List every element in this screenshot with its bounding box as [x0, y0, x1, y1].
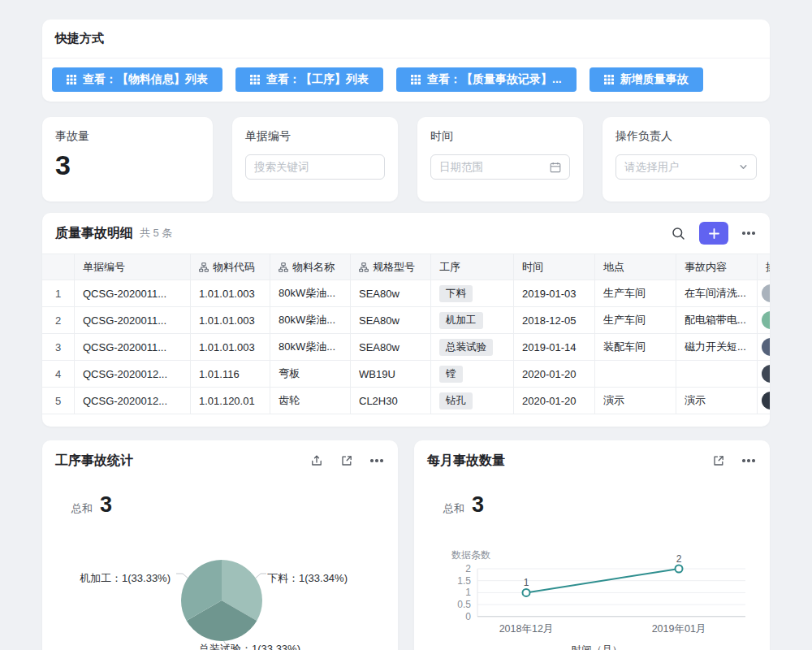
export-chart-button[interactable]	[309, 453, 325, 469]
cell-spec: CL2H30	[351, 388, 431, 414]
x-axis-title: 时间（月）	[560, 644, 633, 650]
add-record-button[interactable]	[699, 222, 728, 245]
date-range-input[interactable]: 日期范围	[430, 154, 570, 180]
doc-no-search-input[interactable]	[245, 154, 385, 180]
table-search-button[interactable]	[670, 225, 687, 242]
cell-spec: SEA80w	[351, 307, 431, 334]
user-select[interactable]: 请选择用户	[615, 154, 757, 180]
cell-place: 生产车间	[595, 307, 676, 334]
accident-table: 单据编号 物料代码 物料名称 规格型号 工序 时间 地点 事故内容 操作负责人 …	[42, 254, 770, 414]
link-field-icon	[199, 262, 209, 272]
grid-icon	[67, 75, 76, 84]
button-label: 查看：【质量事故记录】...	[427, 72, 562, 87]
accident-detail-table-card: 质量事故明细 共 5 条 单据编号 物料代码 物料名称	[42, 213, 770, 427]
avatar	[762, 365, 770, 383]
table-row[interactable]: 1 QCSG-2020011... 1.01.01.003 80kW柴油... …	[42, 280, 770, 307]
cell-operator	[758, 334, 770, 361]
link-field-icon	[279, 262, 288, 272]
point-value-label: 1	[520, 577, 533, 588]
process-tag: 下料	[439, 285, 473, 302]
cell-doc-no: QCSG-2020011...	[75, 334, 191, 361]
pie-label-zongzhuangshiyan: 总装试验：1(33.33%)	[199, 642, 300, 650]
cell-time: 2020-01-20	[514, 388, 595, 414]
shortcuts-card: 快捷方式 查看：【物料信息】列表 查看：【工序】列表 查看：【质量事故记录】..…	[42, 20, 770, 102]
operator-filter-card: 操作负责人 请选择用户	[603, 117, 770, 202]
cell-doc-no: QCSG-2020012...	[75, 361, 191, 388]
cell-doc-no: QCSG-2020011...	[75, 280, 191, 307]
cell-operator	[758, 307, 770, 334]
pie-chart-title: 工序事故统计	[55, 453, 133, 470]
accident-count-label: 事故量	[55, 129, 200, 144]
cell-operator	[758, 280, 770, 307]
col-place: 地点	[595, 254, 676, 280]
cell-doc-no: QCSG-2020012...	[75, 388, 191, 414]
data-point-2	[676, 566, 683, 573]
table-header-row: 单据编号 物料代码 物料名称 规格型号 工序 时间 地点 事故内容 操作负责人	[42, 254, 770, 280]
process-tag: 总装试验	[439, 339, 493, 356]
search-icon	[672, 227, 685, 240]
button-label: 查看：【物料信息】列表	[83, 72, 208, 87]
cell-place: 生产车间	[595, 280, 676, 307]
table-title: 质量事故明细	[55, 225, 133, 242]
cell-material-name: 弯板	[270, 361, 351, 388]
cell-place: 演示	[595, 388, 676, 414]
col-label: 规格型号	[373, 260, 415, 275]
line-chart	[414, 554, 770, 635]
operator-label: 操作负责人	[615, 129, 757, 144]
calendar-icon	[550, 162, 561, 173]
cell-process: 镗	[431, 361, 514, 388]
avatar	[762, 338, 770, 356]
pie-label-xialiao: 下料：1(33.34%)	[267, 571, 348, 586]
col-doc-no: 单据编号	[75, 254, 191, 280]
open-in-new-icon	[712, 454, 725, 467]
col-process: 工序	[431, 254, 514, 280]
shortcut-buttons-row: 查看：【物料信息】列表 查看：【工序】列表 查看：【质量事故记录】... 新增质…	[42, 58, 770, 101]
export-icon	[310, 454, 323, 467]
col-label: 单据编号	[83, 260, 125, 275]
row-index: 5	[42, 388, 75, 414]
cell-place	[595, 361, 676, 388]
cell-content: 演示	[676, 388, 758, 414]
view-process-list-button[interactable]: 查看：【工序】列表	[235, 67, 383, 92]
cell-material-code: 1.01.01.003	[191, 334, 270, 361]
pie-total-value: 3	[100, 492, 112, 518]
process-tag: 镗	[439, 366, 463, 383]
cell-place: 装配车间	[595, 334, 676, 361]
cell-content	[676, 361, 758, 388]
open-in-new-icon	[340, 454, 353, 467]
cell-material-code: 1.01.116	[191, 361, 270, 388]
open-chart-button[interactable]	[710, 453, 727, 469]
pie-more-button[interactable]	[369, 457, 385, 464]
table-more-button[interactable]	[741, 230, 757, 236]
grid-icon	[411, 75, 421, 84]
col-label: 地点	[603, 260, 624, 275]
col-label: 时间	[522, 260, 543, 275]
cell-material-name: 80kW柴油...	[270, 280, 351, 307]
col-label: 操作负责人	[766, 260, 770, 275]
view-quality-records-button[interactable]: 查看：【质量事故记录】...	[396, 67, 577, 92]
view-material-list-button[interactable]: 查看：【物料信息】列表	[52, 67, 222, 92]
col-material-code: 物料代码	[191, 254, 270, 280]
x-tick: 2018年12月	[490, 622, 563, 636]
cell-spec: WB19U	[351, 361, 431, 388]
cell-process: 下料	[431, 280, 514, 307]
more-icon	[742, 459, 755, 462]
col-content: 事故内容	[676, 254, 758, 280]
table-row[interactable]: 2 QCSG-2020011... 1.01.01.003 80kW柴油... …	[42, 307, 770, 334]
cell-process: 机加工	[431, 307, 514, 334]
line-chart-title: 每月事故数量	[427, 453, 505, 470]
table-row[interactable]: 3 QCSG-2020011... 1.01.01.003 80kW柴油... …	[42, 334, 770, 361]
table-row[interactable]: 5 QCSG-2020012... 1.01.120.01 齿轮 CL2H30 …	[42, 388, 770, 414]
cell-spec: SEA80w	[351, 334, 431, 361]
col-label: 物料代码	[213, 260, 255, 275]
line-more-button[interactable]	[741, 457, 757, 464]
add-quality-accident-button[interactable]: 新增质量事故	[590, 67, 703, 92]
cell-process: 总装试验	[431, 334, 514, 361]
cell-time: 2019-01-14	[514, 334, 595, 361]
open-chart-button[interactable]	[339, 453, 355, 469]
cell-operator	[758, 388, 770, 414]
cell-spec: SEA80w	[351, 280, 431, 307]
more-icon	[742, 232, 755, 235]
col-label: 工序	[439, 260, 460, 275]
table-row[interactable]: 4 QCSG-2020012... 1.01.116 弯板 WB19U 镗 20…	[42, 361, 770, 388]
